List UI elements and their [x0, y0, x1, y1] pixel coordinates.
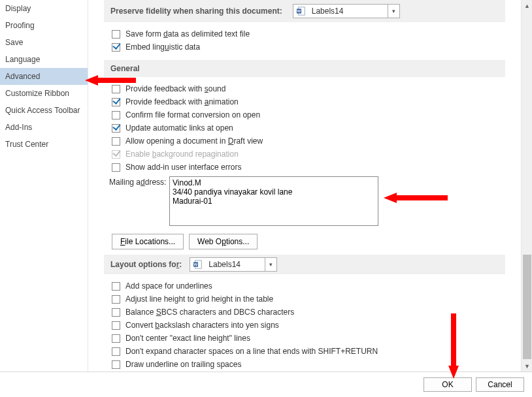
checkbox[interactable]	[112, 111, 120, 119]
opt-addin-errors[interactable]: Show add-in user interface errors	[88, 161, 521, 174]
mailing-label: Mailing address:	[104, 176, 169, 187]
opt-dont-center-lineheight[interactable]: Don't center "exact line height" lines	[88, 332, 521, 345]
sidebar-item-advanced[interactable]: Advanced	[0, 68, 88, 85]
opt-feedback-sound[interactable]: Provide feedback with sound	[88, 82, 521, 95]
checkbox[interactable]	[112, 124, 120, 133]
sidebar-item-display[interactable]: Display	[0, 0, 88, 17]
sidebar-item-addins[interactable]: Add-Ins	[0, 119, 88, 136]
layout-options-header: Layout options for: W Labels14 ▾	[104, 255, 505, 274]
opt-update-links[interactable]: Update automatic links at open	[88, 121, 521, 135]
checkbox[interactable]	[112, 282, 120, 291]
opt-feedback-animation[interactable]: Provide feedback with animation	[88, 95, 521, 108]
opt-add-space-underlines[interactable]: Add space for underlines	[88, 279, 521, 293]
scroll-up-arrow[interactable]: ▲	[522, 0, 532, 11]
general-header: General	[104, 60, 505, 77]
opt-label: Show add-in user interface errors	[125, 163, 241, 172]
checkbox[interactable]	[112, 334, 120, 343]
scroll-thumb[interactable]	[523, 255, 531, 359]
svg-text:W: W	[297, 8, 301, 13]
sidebar-item-save[interactable]: Save	[0, 34, 88, 51]
vertical-scrollbar[interactable]: ▲ ▼	[521, 0, 532, 372]
options-sidebar: Display Proofing Save Language Advanced …	[0, 0, 88, 372]
web-options-button[interactable]: Web Options...	[189, 234, 258, 249]
opt-label: Confirm file format conversion on open	[125, 110, 260, 119]
file-locations-button[interactable]: File Locations...	[112, 234, 184, 249]
opt-label: Provide feedback with animation	[125, 97, 239, 106]
dialog-footer: OK Cancel	[0, 372, 532, 397]
opt-label: Add space for underlines	[125, 281, 212, 291]
opt-label: Provide feedback with sound	[125, 84, 225, 93]
opt-label: Adjust line height to grid height in the…	[125, 294, 273, 304]
checkbox	[112, 150, 120, 159]
opt-label: Embed linguistic data	[125, 42, 200, 52]
opt-label: Update automatic links at open	[125, 123, 233, 133]
options-content: Preserve fidelity when sharing this docu…	[88, 0, 532, 372]
chevron-down-icon[interactable]: ▾	[388, 5, 399, 18]
scroll-down-arrow[interactable]: ▼	[522, 360, 532, 372]
checkbox[interactable]	[112, 43, 120, 52]
opt-embed-linguistic[interactable]: Embed linguistic data	[88, 40, 521, 54]
opt-convert-backslash[interactable]: Convert backslash characters into yen si…	[88, 319, 521, 332]
opt-draw-underline-trailing[interactable]: Draw underline on trailing spaces	[88, 358, 521, 371]
opt-adjust-line-height[interactable]: Adjust line height to grid height in the…	[88, 293, 521, 306]
opt-dont-expand-shift-return[interactable]: Don't expand character spaces on a line …	[88, 345, 521, 358]
sidebar-item-proofing[interactable]: Proofing	[0, 17, 88, 34]
checkbox[interactable]	[112, 295, 120, 304]
mailing-address-input[interactable]	[169, 176, 378, 226]
checkbox[interactable]	[112, 85, 120, 93]
opt-label: Enable background repagination	[125, 150, 239, 159]
opt-label: Don't expand character spaces on a line …	[125, 347, 378, 356]
opt-label: Convert backslash characters into yen si…	[125, 321, 279, 330]
checkbox[interactable]	[112, 30, 120, 39]
cancel-button[interactable]: Cancel	[476, 377, 524, 392]
chevron-down-icon[interactable]: ▾	[265, 258, 276, 271]
checkbox[interactable]	[112, 321, 120, 330]
checkbox[interactable]	[112, 98, 120, 106]
checkbox[interactable]	[112, 137, 120, 146]
opt-confirm-conversion[interactable]: Confirm file format conversion on open	[88, 108, 521, 121]
opt-label: Balance SBCS characters and DBCS charact…	[125, 308, 294, 317]
preserve-doc-value: Labels14	[309, 7, 388, 16]
sidebar-item-customize-ribbon[interactable]: Customize Ribbon	[0, 85, 88, 102]
word-doc-icon: W	[193, 259, 203, 270]
preserve-doc-combo[interactable]: W Labels14 ▾	[293, 4, 400, 18]
opt-background-repagination: Enable background repagination	[88, 148, 521, 161]
sidebar-item-language[interactable]: Language	[0, 51, 88, 68]
checkbox[interactable]	[112, 347, 120, 356]
layout-doc-combo[interactable]: W Labels14 ▾	[190, 257, 277, 272]
opt-save-form-data[interactable]: Save form data as delimited text file	[88, 27, 521, 40]
preserve-label: Preserve fidelity when sharing this docu…	[110, 7, 293, 16]
word-doc-icon: W	[296, 6, 307, 16]
opt-label: Don't center "exact line height" lines	[125, 334, 250, 343]
opt-label: Allow opening a document in Draft view	[125, 136, 263, 146]
opt-draft-view[interactable]: Allow opening a document in Draft view	[88, 135, 521, 148]
sidebar-item-trust-center[interactable]: Trust Center	[0, 136, 88, 153]
preserve-fidelity-header: Preserve fidelity when sharing this docu…	[104, 0, 505, 22]
checkbox[interactable]	[112, 308, 120, 317]
opt-balance-sbcs-dbcs[interactable]: Balance SBCS characters and DBCS charact…	[88, 306, 521, 319]
opt-label: Draw underline on trailing spaces	[125, 360, 241, 369]
layout-doc-value: Labels14	[206, 260, 265, 269]
sidebar-item-quick-access[interactable]: Quick Access Toolbar	[0, 102, 88, 119]
ok-button[interactable]: OK	[424, 377, 472, 392]
checkbox[interactable]	[112, 360, 120, 369]
opt-label: Save form data as delimited text file	[125, 29, 250, 39]
layout-label: Layout options for:	[110, 260, 190, 269]
svg-text:W: W	[194, 262, 198, 266]
mailing-address-row: Mailing address:	[88, 174, 521, 229]
checkbox[interactable]	[112, 163, 120, 172]
